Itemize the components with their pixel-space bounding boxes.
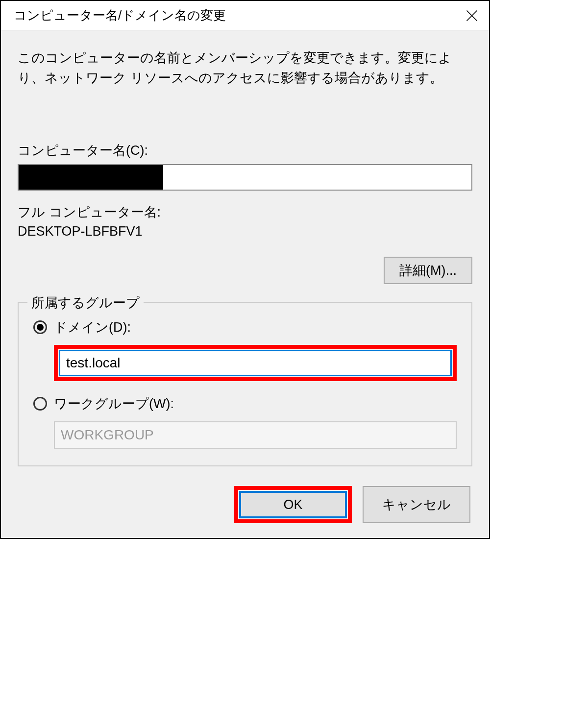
fieldset-legend: 所属するグループ bbox=[27, 294, 144, 312]
more-button[interactable]: 詳細(M)... bbox=[384, 257, 472, 284]
domain-radio-label: ドメイン(D): bbox=[54, 318, 131, 336]
dialog-title: コンピューター名/ドメイン名の変更 bbox=[1, 7, 226, 24]
workgroup-radio[interactable] bbox=[33, 397, 47, 411]
cancel-button[interactable]: キャンセル bbox=[363, 486, 470, 523]
domain-input-highlight bbox=[54, 345, 457, 381]
dialog-button-row: OK キャンセル bbox=[18, 486, 472, 523]
domain-radio[interactable] bbox=[33, 320, 47, 334]
close-icon bbox=[465, 9, 479, 23]
computer-name-input[interactable] bbox=[18, 164, 472, 191]
description-text: このコンピューターの名前とメンバーシップを変更できます。変更により、ネットワーク… bbox=[18, 48, 472, 88]
workgroup-input bbox=[54, 421, 457, 449]
ok-button-highlight: OK bbox=[234, 486, 352, 523]
redacted-block bbox=[19, 165, 163, 190]
computer-name-domain-change-dialog: コンピューター名/ドメイン名の変更 このコンピューターの名前とメンバーシップを変… bbox=[0, 0, 490, 539]
domain-input[interactable] bbox=[59, 350, 452, 376]
close-button[interactable] bbox=[455, 1, 489, 30]
workgroup-radio-label: ワークグループ(W): bbox=[54, 395, 174, 413]
dialog-content: このコンピューターの名前とメンバーシップを変更できます。変更により、ネットワーク… bbox=[1, 30, 489, 538]
workgroup-radio-row[interactable]: ワークグループ(W): bbox=[33, 395, 457, 413]
full-computer-name-label: フル コンピューター名: bbox=[18, 203, 472, 221]
computer-name-label: コンピューター名(C): bbox=[18, 142, 472, 159]
full-computer-name-value: DESKTOP-LBFBFV1 bbox=[18, 224, 472, 239]
domain-radio-row[interactable]: ドメイン(D): bbox=[33, 318, 457, 336]
membership-group-fieldset: 所属するグループ ドメイン(D): ワークグループ(W): bbox=[18, 302, 472, 466]
ok-button[interactable]: OK bbox=[239, 491, 347, 518]
titlebar: コンピューター名/ドメイン名の変更 bbox=[1, 1, 489, 30]
